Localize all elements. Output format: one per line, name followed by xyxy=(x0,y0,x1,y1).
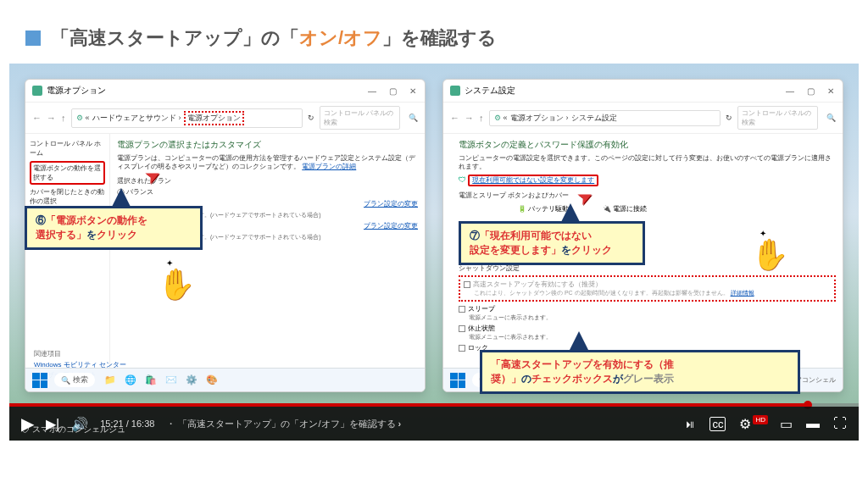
autoplay-toggle[interactable]: ⏯ xyxy=(685,418,696,430)
section-buttons: 電源とスリープ ボタンおよびカバー xyxy=(459,191,836,200)
taskbar-icon[interactable]: ⚙️ xyxy=(183,372,200,389)
hand-click-icon: ✋ xyxy=(751,237,789,273)
fullscreen-button[interactable]: ⛶ xyxy=(833,416,847,431)
taskbar-icon[interactable]: 🛍️ xyxy=(142,372,159,389)
video-content: 電源オプション — ▢ ✕ ← → ↑ ⚙ xyxy=(9,64,859,441)
fast-startup-area: 高速スタートアップを有効にする（推奨） これにより、シャットダウン後の PC の… xyxy=(459,275,836,302)
sidebar-home[interactable]: コントロール パネル ホーム xyxy=(30,139,105,158)
search-icon[interactable]: 🔍 xyxy=(409,114,418,122)
forward-button[interactable]: → xyxy=(465,113,474,123)
chapter-title[interactable]: ・ 「高速スタートアップ」の「オン/オフ」を確認する › xyxy=(166,418,401,430)
settings-button[interactable]: ⚙HD xyxy=(739,416,766,432)
back-button[interactable]: ← xyxy=(450,113,459,123)
taskbar-icon[interactable]: 🌐 xyxy=(122,372,139,389)
address-bar[interactable]: ⚙ « ハードウェアとサウンド › 電源オプション xyxy=(71,108,303,128)
window-title: 電源オプション xyxy=(47,85,106,97)
start-button[interactable] xyxy=(450,373,465,388)
theater-button[interactable]: ▬ xyxy=(806,416,820,431)
content-description: 電源プランは、コンピューターの電源の使用方法を管理するハードウェア設定とシステム… xyxy=(117,154,418,172)
title-bullet-icon xyxy=(25,30,41,46)
back-button[interactable]: ← xyxy=(32,113,42,123)
content-description: コンピューターの電源設定を選択できます。このページの設定に対して行う変更は、お使… xyxy=(459,154,836,172)
callout-step-6: ⑥「電源ボタンの動作を 選択する」をクリック xyxy=(25,206,203,250)
admin-change-link[interactable]: 現在利用可能ではない設定を変更します xyxy=(468,175,598,186)
address-bar[interactable]: ⚙ « 電源オプション › システム設定 xyxy=(489,110,721,126)
search-icon[interactable]: 🔍 xyxy=(826,114,836,122)
callout-step-7: ⑦「現在利用可能ではない 設定を変更します」をクリック xyxy=(459,221,645,265)
fast-startup-checkbox[interactable] xyxy=(464,281,470,288)
taskbar-icon[interactable]: 🎨 xyxy=(203,372,220,389)
sidebar-lid-action[interactable]: カバーを閉じたときの動作の選択 xyxy=(30,187,105,206)
search-input[interactable]: コントロール パネルの検索 xyxy=(737,106,818,130)
close-button[interactable]: ✕ xyxy=(408,86,418,96)
channel-watermark: 🛡 スマホのコンシェルジュ xyxy=(21,424,125,435)
search-input[interactable]: コントロール パネルの検索 xyxy=(320,106,400,130)
change-plan-link-2[interactable]: プラン設定の変更 xyxy=(364,222,418,230)
taskbar-icon[interactable]: ✉️ xyxy=(163,372,180,389)
callout-fast-startup: 「高速スタートアップを有効にする（推奨）」のチェックボックスがグレー表示 xyxy=(480,350,800,394)
breadcrumb-power-options[interactable]: 電源オプション xyxy=(184,111,244,125)
maximize-button[interactable]: ▢ xyxy=(387,86,398,96)
detail-link[interactable]: 詳細情報 xyxy=(731,290,754,296)
miniplayer-button[interactable]: ▭ xyxy=(780,416,793,432)
lock-checkbox[interactable] xyxy=(459,345,465,352)
sleep-checkbox[interactable] xyxy=(459,306,465,313)
taskbar: 🔍 検索 📁 🌐 🛍️ ✉️ ⚙️ 🎨 xyxy=(25,368,425,391)
window-icon xyxy=(32,86,42,96)
maximize-button[interactable]: ▢ xyxy=(805,86,815,96)
video-player-controls: ▶ ▶| 🔊 15:21 / 16:38 ・ 「高速スタートアップ」の「オン/オ… xyxy=(9,407,859,441)
content-heading: 電源プランの選択またはカスタマイズ xyxy=(117,139,418,151)
refresh-button[interactable]: ↻ xyxy=(308,114,314,122)
taskbar-search[interactable]: 🔍 検索 xyxy=(54,373,95,387)
captions-button[interactable]: cc xyxy=(709,417,726,431)
up-button[interactable]: ↑ xyxy=(479,113,484,123)
taskbar-icon[interactable]: 📁 xyxy=(102,372,119,389)
window-title: システム設定 xyxy=(465,85,515,97)
refresh-button[interactable]: ↻ xyxy=(726,114,732,122)
page-title: 「高速スタートアップ」の「オン/オフ」を確認する xyxy=(51,25,497,51)
minimize-button[interactable]: — xyxy=(785,86,795,96)
forward-button[interactable]: → xyxy=(47,113,56,123)
hand-click-icon: ✋ xyxy=(158,267,196,302)
plan-detail-link[interactable]: 電源プランの詳細 xyxy=(302,163,356,170)
window-icon xyxy=(450,86,460,96)
change-plan-link[interactable]: プラン設定の変更 xyxy=(364,200,418,208)
start-button[interactable] xyxy=(32,373,47,388)
up-button[interactable]: ↑ xyxy=(61,113,66,123)
hibernate-checkbox[interactable] xyxy=(459,325,465,332)
minimize-button[interactable]: — xyxy=(367,86,377,96)
content-heading: 電源ボタンの定義とパスワード保護の有効化 xyxy=(459,139,836,151)
callout-tail xyxy=(569,331,589,352)
close-button[interactable]: ✕ xyxy=(826,86,836,96)
sidebar-power-button-action[interactable]: 電源ボタンの動作を選択する xyxy=(30,161,105,185)
